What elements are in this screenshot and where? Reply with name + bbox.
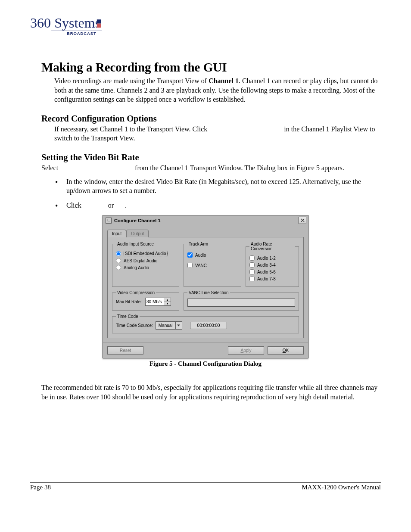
radio-aes-digital[interactable]: AES Digital Audio <box>116 258 175 263</box>
record-config-paragraph: If necessary, set Channel 1 to the Trans… <box>54 124 381 143</box>
apply-button[interactable]: Apply <box>228 346 264 355</box>
dialog-title: Configure Channel 1 <box>114 218 299 223</box>
figure-caption: Figure 5 - Channel Configuration Dialog <box>103 360 308 367</box>
tab-output[interactable]: Output <box>126 230 149 237</box>
page-footer: Page 38 MAXX-1200 Owner's Manual <box>30 482 381 491</box>
configure-channel-dialog: ☐ Configure Channel 1 Input Output Audio… <box>103 215 308 358</box>
radio-analog-audio[interactable]: Analog Audio <box>116 265 175 270</box>
heading-main: Making a Recording from the GUI <box>41 60 381 75</box>
logo-brand: BROADCAST <box>67 31 97 36</box>
bitrate-paragraph: Select from the Channel 1 Transport Wind… <box>41 163 381 173</box>
label-max-bit-rate: Max Bit Rate: <box>116 299 142 304</box>
logo: 360 Systems BROADCAST <box>30 14 103 40</box>
footer-manual-title: MAXX-1200 Owner's Manual <box>302 484 381 491</box>
radio-sdi-embedded[interactable]: SDI Embedded Audio <box>116 251 175 256</box>
logo-flag-red <box>97 24 101 28</box>
reset-button[interactable]: Reset <box>107 346 143 355</box>
check-track-arm-vanc[interactable]: VANC <box>187 263 237 268</box>
footer-page-number: Page 38 <box>30 484 302 491</box>
logo-script: 360 Systems <box>30 15 100 31</box>
input-max-bit-rate[interactable] <box>146 298 164 305</box>
close-button[interactable] <box>299 217 306 224</box>
recommended-bitrate-paragraph: The recommended bit rate is 70 to 80 Mb/… <box>41 383 381 401</box>
spinner-down-icon[interactable]: ▼ <box>164 302 171 305</box>
bullet-bitrate-entry: In the window, enter the desired Video B… <box>54 177 381 196</box>
window-icon: ☐ <box>106 218 112 224</box>
group-audio-input-source: Audio Input Source SDI Embedded Audio AE… <box>112 242 179 287</box>
select-timecode-source[interactable]: Manual <box>156 321 182 330</box>
intro-paragraph: Video recordings are made using the Tran… <box>54 76 381 104</box>
group-vanc-line-selection: VANC Line Selection <box>184 290 299 311</box>
close-icon <box>301 218 305 222</box>
tab-input[interactable]: Input <box>107 230 126 237</box>
heading-bitrate: Setting the Video Bit Rate <box>41 152 381 162</box>
heading-record-config: Record Configuration Options <box>41 114 381 124</box>
chevron-down-icon <box>175 322 182 329</box>
timecode-value[interactable]: 00:00:00:00 <box>190 322 227 329</box>
group-audio-rate-conversion: Audio Rate Conversion Audio 1-2 Audio 3-… <box>246 242 299 287</box>
ok-button[interactable]: OK <box>268 346 304 355</box>
check-audio-1-2[interactable]: Audio 1-2 <box>249 255 295 261</box>
svg-marker-3 <box>177 325 180 327</box>
check-audio-5-6[interactable]: Audio 5-6 <box>249 269 295 274</box>
label-timecode-source: Time Code Source: <box>116 323 153 328</box>
bullet-click-apply: Click or . <box>54 201 381 210</box>
check-audio-3-4[interactable]: Audio 3-4 <box>249 262 295 268</box>
logo-flag-blue <box>97 19 101 23</box>
check-audio-7-8[interactable]: Audio 7-8 <box>249 276 295 281</box>
group-track-arm: Track Arm Audio VANC <box>184 242 241 287</box>
vanc-line-list[interactable] <box>187 299 295 307</box>
spinner-max-bit-rate[interactable]: ▲ ▼ <box>145 298 171 306</box>
group-time-code: Time Code Time Code Source: Manual 00:00… <box>112 314 299 333</box>
spinner-up-icon[interactable]: ▲ <box>164 298 171 302</box>
group-video-compression: Video Compression Max Bit Rate: ▲ ▼ <box>112 290 179 311</box>
check-track-arm-audio[interactable]: Audio <box>187 252 237 258</box>
